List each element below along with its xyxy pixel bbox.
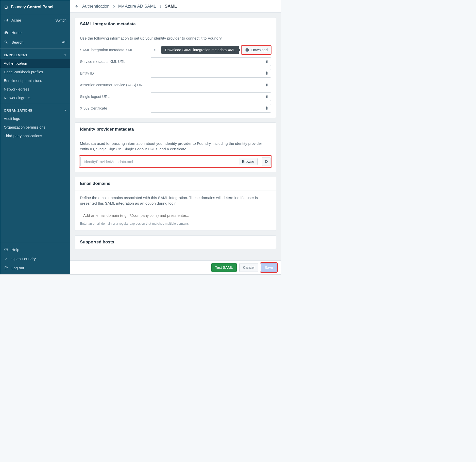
breadcrumb-current: SAML (165, 4, 177, 9)
email-domain-input[interactable] (80, 211, 271, 220)
sidebar-item-organization-permissions[interactable]: Organization permissions (0, 123, 70, 132)
breadcrumb-provider[interactable]: My Azure AD SAML (118, 4, 156, 9)
svg-point-0 (5, 6, 8, 9)
idp-file-input[interactable]: IdentityProviderMetadata.xml Browse (80, 157, 259, 166)
switch-tenant-link[interactable]: Switch (55, 18, 66, 22)
saml-metadata-card: SAML integration metadata Use the follow… (75, 17, 276, 118)
card-desc: Define the email domains associated with… (80, 195, 271, 206)
save-button[interactable]: Save (261, 263, 277, 272)
card-title: Identity provider metadata (75, 123, 276, 136)
chevron-right-icon: ❯ (159, 5, 162, 8)
home-icon (4, 30, 8, 35)
svg-rect-2 (5, 20, 5, 21)
browse-button[interactable]: Browse (239, 158, 258, 165)
svg-point-8 (6, 250, 6, 251)
footer-help[interactable]: Help (0, 245, 70, 254)
bottom-bar: Test SAML Cancel Save (70, 260, 281, 274)
topbar: Authentication ❯ My Azure AD SAML ❯ SAML (70, 0, 281, 13)
sidebar-item-audit-logs[interactable]: Audit logs (0, 114, 70, 123)
entity-id-input[interactable] (151, 69, 271, 78)
download-icon (264, 159, 268, 164)
email-domains-card: Email domains Define the email domains a… (75, 177, 276, 231)
svg-rect-3 (6, 20, 7, 22)
clipboard-icon[interactable] (264, 94, 269, 99)
search-icon (4, 40, 8, 44)
field-label-entity: Entity ID (80, 71, 147, 75)
acs-url-input[interactable] (151, 81, 271, 89)
field-label-url: Service metadata XML URL (80, 60, 147, 64)
idp-download-button[interactable] (262, 157, 270, 166)
sidebar-item-network-egress[interactable]: Network egress (0, 85, 70, 94)
svg-rect-11 (266, 60, 267, 61)
svg-rect-15 (266, 83, 267, 84)
back-arrow-icon[interactable] (75, 4, 79, 9)
svg-rect-13 (266, 72, 267, 72)
search-shortcut: ⌘J (62, 40, 67, 44)
brand-text: Foundry Control Panel (11, 5, 53, 9)
help-icon (4, 247, 8, 252)
svg-point-5 (5, 41, 7, 43)
nav-search-label: Search (11, 40, 24, 44)
download-button[interactable]: Download (242, 46, 271, 54)
supported-hosts-card: Supported hosts (75, 235, 276, 249)
sidebar-item-third-party-applications[interactable]: Third-party applications (0, 132, 70, 140)
nav-home-label: Home (11, 30, 22, 35)
section-organizations-header[interactable]: ORGANIZATIONS ▼ (0, 105, 70, 114)
footer-logout[interactable]: Log out (0, 263, 70, 272)
sidebar-item-authentication[interactable]: Authentication (0, 59, 70, 68)
clipboard-icon[interactable] (264, 59, 269, 64)
brand: Foundry Control Panel (0, 0, 70, 14)
svg-rect-19 (266, 106, 267, 107)
card-title: SAML integration metadata (75, 17, 276, 31)
svg-rect-17 (266, 95, 267, 96)
external-link-icon (4, 256, 8, 261)
tenant-name: Acme (11, 18, 21, 22)
field-label-acs: Assertion consumer service (ACS) URL (80, 83, 147, 87)
field-label-cert: X.509 Certificate (80, 106, 147, 110)
chevron-right-icon: ❯ (113, 5, 115, 8)
logout-icon (4, 265, 8, 270)
card-title: Supported hosts (75, 236, 276, 249)
main: Authentication ❯ My Azure AD SAML ❯ SAML… (70, 0, 281, 274)
clipboard-icon[interactable] (264, 83, 269, 87)
service-metadata-url-input[interactable] (151, 57, 271, 66)
sidebar-item-code-workbook-profiles[interactable]: Code Workbook profiles (0, 68, 70, 76)
caret-down-icon: ▼ (64, 54, 66, 57)
idp-metadata-card: Identity provider metadata Metadata used… (75, 122, 276, 172)
nav-search[interactable]: Search ⌘J (0, 37, 70, 47)
sidebar: Foundry Control Panel Acme Switch Home (0, 0, 70, 274)
foundry-logo-icon (4, 5, 8, 9)
sidebar-item-enrollment-permissions[interactable]: Enrollment permissions (0, 76, 70, 85)
idp-file-placeholder: IdentityProviderMetadata.xml (84, 159, 133, 164)
field-label-xml: SAML integration metadata XML (80, 48, 147, 52)
card-desc: Metadata used for passing information ab… (80, 141, 271, 152)
field-label-slo: Single logout URL (80, 95, 147, 99)
email-helper-text: Enter an email domain or a regular expre… (80, 222, 271, 225)
card-desc: Use the following information to set up … (80, 35, 271, 41)
nav-home[interactable]: Home (0, 28, 70, 37)
section-enrollment-header[interactable]: ENROLLMENT ▼ (0, 50, 70, 59)
clipboard-icon[interactable] (264, 71, 269, 76)
test-saml-button[interactable]: Test SAML (211, 263, 237, 272)
card-title: Email domains (75, 177, 276, 190)
slo-url-input[interactable] (151, 92, 271, 101)
download-tooltip: Download SAML integration metadata XML (161, 46, 239, 54)
download-icon (245, 48, 249, 52)
footer-open-foundry[interactable]: Open Foundry (0, 254, 70, 263)
caret-down-icon: ▼ (64, 109, 66, 112)
svg-rect-4 (7, 19, 8, 21)
breadcrumb-authentication[interactable]: Authentication (82, 4, 110, 9)
svg-line-6 (7, 43, 8, 44)
tenant-icon (4, 18, 8, 22)
tenant-row: Acme Switch (0, 14, 70, 26)
clipboard-icon[interactable] (264, 106, 269, 111)
sidebar-item-network-ingress[interactable]: Network ingress (0, 94, 70, 102)
cert-input[interactable] (151, 104, 271, 113)
cancel-button[interactable]: Cancel (239, 263, 258, 272)
